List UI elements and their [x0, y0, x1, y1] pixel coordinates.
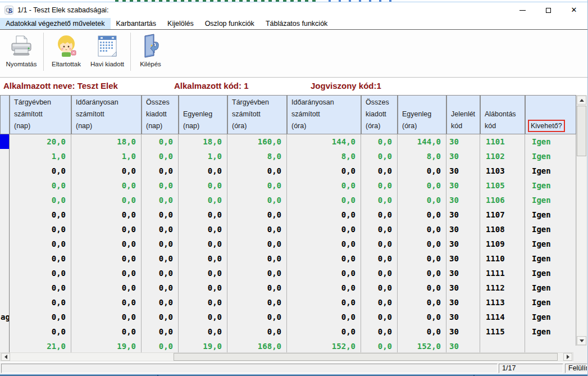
grid-cell[interactable]: 0,0	[71, 324, 142, 339]
menu-item-tablazatos-funkciok[interactable]: Táblázatos funkciók	[260, 18, 333, 29]
grid-cell[interactable]: 0,0	[10, 237, 71, 251]
table-row[interactable]: ag0,00,00,00,00,00,00,00,0301114Igen	[0, 310, 576, 324]
grid-cell[interactable]: 0,0	[179, 251, 227, 266]
grid-cell[interactable]: 1108	[480, 222, 525, 237]
grid-cell[interactable]: 0,0	[361, 310, 398, 324]
grid-cell[interactable]: 0,0	[361, 193, 398, 207]
monthly-issued-button[interactable]: Havi kiadott	[85, 32, 129, 75]
grid-cell[interactable]: 0,0	[287, 295, 361, 310]
grid-cell[interactable]: 0,0	[71, 251, 142, 266]
grid-cell[interactable]: 1110	[480, 251, 525, 266]
menu-item-oszlop-funkciok[interactable]: Oszlop funkciók	[199, 18, 260, 29]
grid-cell[interactable]: 0,0	[361, 280, 398, 295]
grid-cell[interactable]: 8,0	[227, 149, 287, 164]
grid-cell[interactable]: 0,0	[142, 251, 179, 266]
grid-cell[interactable]: 30	[446, 280, 480, 295]
grid-col-header-egyenleg-ora[interactable]: Egyenleg(óra)	[398, 95, 446, 134]
grid-cell[interactable]: 0,0	[179, 295, 227, 310]
grid-cell[interactable]: 0,0	[10, 193, 71, 207]
menu-item-karbantartas[interactable]: Karbantartás	[111, 18, 162, 29]
grid-cell[interactable]: 0,0	[361, 164, 398, 178]
grid-cell[interactable]: 0,0	[287, 237, 361, 251]
row-sliver-cell[interactable]	[0, 222, 10, 237]
table-row[interactable]: 0,00,00,00,00,00,00,00,0301103Igen	[0, 164, 576, 178]
table-row[interactable]: 0,00,00,00,00,00,00,00,0301111Igen	[0, 266, 576, 280]
grid-cell[interactable]: 0,0	[227, 193, 287, 207]
grid-cell[interactable]: 0,0	[227, 295, 287, 310]
row-sliver-cell[interactable]	[0, 266, 10, 280]
grid-cell[interactable]: 0,0	[398, 310, 446, 324]
row-sliver-cell[interactable]	[0, 324, 10, 339]
grid-cell[interactable]: 0,0	[287, 324, 361, 339]
grid-cell[interactable]: 0,0	[142, 193, 179, 207]
row-sliver-cell[interactable]	[0, 207, 10, 222]
grid-cell[interactable]: 0,0	[142, 266, 179, 280]
grid-cell[interactable]: 1115	[480, 324, 525, 339]
grid-cell[interactable]: 30	[446, 193, 480, 207]
grid-col-header-jelenlet-kod[interactable]: Jelenlétkód	[446, 95, 480, 134]
grid-cell[interactable]: Igen	[525, 251, 576, 266]
grid-col-header-alabontas-kod[interactable]: Alábontáskód	[480, 95, 525, 134]
row-sliver-cell[interactable]	[0, 193, 10, 207]
grid-cell[interactable]: 0,0	[398, 207, 446, 222]
table-row[interactable]: 0,00,00,00,00,00,00,00,0301113Igen	[0, 295, 576, 310]
grid-cell[interactable]: 0,0	[287, 222, 361, 237]
grid-cell[interactable]: 0,0	[361, 295, 398, 310]
exit-button[interactable]: Kilépés	[134, 32, 167, 75]
grid-cell[interactable]: Igen	[525, 237, 576, 251]
grid-cell[interactable]: 0,0	[361, 178, 398, 193]
grid-cell[interactable]: 0,0	[361, 251, 398, 266]
grid-col-header-idoaranyosan-szamitott-nap[interactable]: Időarányosanszámított(nap)	[71, 95, 142, 134]
grid-cell[interactable]: 30	[446, 295, 480, 310]
grid-cell[interactable]: Igen	[525, 295, 576, 310]
minimize-button[interactable]	[509, 2, 535, 18]
grid-cell[interactable]: 18,0	[71, 134, 142, 149]
grid-cell[interactable]: 160,0	[227, 134, 287, 149]
grid-cell[interactable]: 0,0	[361, 339, 398, 352]
grid-cell[interactable]: 0,0	[287, 280, 361, 295]
grid-cell[interactable]: 152,0	[287, 339, 361, 352]
grid-cell[interactable]: 0,0	[361, 324, 398, 339]
grid-cell[interactable]: 1112	[480, 280, 525, 295]
grid-col-header-targyevben-szamitott-ora[interactable]: Tárgyévbenszámított(óra)	[227, 95, 287, 134]
grid-cell[interactable]: 0,0	[179, 164, 227, 178]
grid-cell[interactable]: 0,0	[71, 237, 142, 251]
grid-cell[interactable]: 19,0	[71, 339, 142, 352]
grid-cell[interactable]: 0,0	[71, 280, 142, 295]
grid-cell[interactable]: 30	[446, 178, 480, 193]
grid-cell[interactable]: 0,0	[227, 324, 287, 339]
grid-cell[interactable]: 0,0	[71, 295, 142, 310]
scroll-down-button[interactable]	[577, 336, 586, 345]
grid-cell[interactable]: 0,0	[10, 207, 71, 222]
grid-cell[interactable]: 0,0	[287, 178, 361, 193]
horizontal-scrollbar[interactable]	[0, 352, 573, 361]
grid-cell[interactable]: Igen	[525, 193, 576, 207]
grid-cell[interactable]: 0,0	[287, 266, 361, 280]
row-sliver-cell[interactable]	[0, 237, 10, 251]
grid-cell[interactable]: 0,0	[398, 295, 446, 310]
grid-cell[interactable]: 144,0	[398, 134, 446, 149]
grid-cell[interactable]: 30	[446, 134, 480, 149]
grid-cell[interactable]: 0,0	[398, 193, 446, 207]
grid-cell[interactable]: 0,0	[361, 222, 398, 237]
grid-cell[interactable]	[480, 339, 525, 352]
grid-cell[interactable]: 30	[446, 324, 480, 339]
grid-cell[interactable]: 0,0	[287, 310, 361, 324]
grid-cell[interactable]: 0,0	[398, 164, 446, 178]
grid-cell[interactable]: 0,0	[10, 295, 71, 310]
scroll-right-button[interactable]	[563, 353, 572, 361]
table-row[interactable]: 21,019,00,019,0168,0152,00,0152,030	[0, 339, 576, 352]
grid-cell[interactable]: 0,0	[398, 237, 446, 251]
grid-cell[interactable]: 0,0	[287, 251, 361, 266]
grid-col-header-sliver[interactable]	[0, 95, 10, 134]
grid-cell[interactable]: 1102	[480, 149, 525, 164]
grid-cell[interactable]: 168,0	[227, 339, 287, 352]
grid-cell[interactable]: 0,0	[179, 280, 227, 295]
grid-cell[interactable]: 1114	[480, 310, 525, 324]
grid-cell[interactable]: 0,0	[71, 207, 142, 222]
grid-cell[interactable]: 8,0	[287, 149, 361, 164]
grid-cell[interactable]: 0,0	[10, 251, 71, 266]
table-row[interactable]: 0,00,00,00,00,00,00,00,0301110Igen	[0, 251, 576, 266]
grid-col-header-egyenleg-nap[interactable]: Egyenleg(nap)	[179, 95, 227, 134]
table-row[interactable]: 0,00,00,00,00,00,00,00,0301105Igen	[0, 178, 576, 193]
